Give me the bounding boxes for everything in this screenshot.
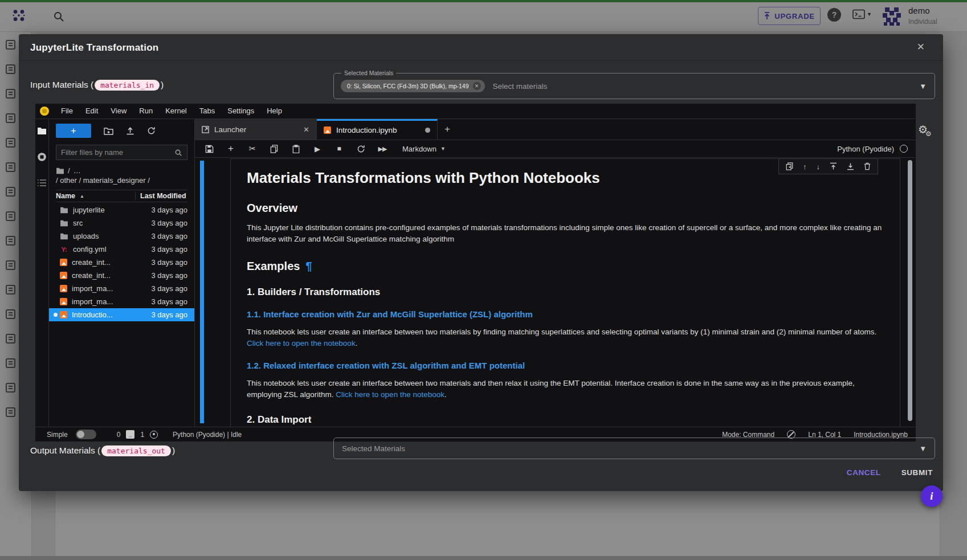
file-modified: 3 days ago — [140, 206, 187, 214]
file-browser-tab-icon[interactable] — [37, 127, 47, 135]
menu-file[interactable]: File — [55, 104, 79, 118]
menu-kernel[interactable]: Kernel — [159, 104, 193, 118]
insert-cell-above-icon[interactable] — [830, 162, 837, 170]
chevron-down-icon[interactable]: ▼ — [919, 82, 927, 91]
activity-bar — [35, 119, 49, 427]
menu-edit[interactable]: Edit — [79, 104, 104, 118]
breadcrumb-path[interactable]: / other / materials_designer / — [56, 175, 187, 185]
notebook-paragraph: This notebook lets user create an interf… — [247, 378, 883, 400]
file-name: src — [73, 219, 140, 227]
paragraph-text: This notebook lets user create an interf… — [247, 328, 876, 336]
file-row[interactable]: Y: import_ma... 3 days ago — [49, 282, 194, 295]
cell-toolbar: ↑ ↓ — [778, 158, 878, 174]
file-row[interactable]: Y: jupyterlite 3 days ago — [49, 203, 194, 216]
kernel-selector[interactable]: Python (Pyodide) — [837, 145, 908, 153]
filter-placeholder: Filter files by name — [61, 148, 171, 157]
jupyter-menubar-items: FileEditViewRunKernelTabsSettingsHelp — [55, 104, 288, 118]
selected-material-chip-label: 0: Si, Silicon, FCC (Fd-3m) 3D (Bulk), m… — [347, 83, 469, 89]
column-modified[interactable]: Last Modified — [135, 192, 187, 200]
move-cell-down-icon[interactable]: ↓ — [817, 162, 821, 171]
selected-material-chip[interactable]: 0: Si, Silicon, FCC (Fd-3m) 3D (Bulk), m… — [341, 80, 485, 92]
unsaved-changes-dot[interactable] — [425, 128, 430, 133]
file-modified: 3 days ago — [140, 219, 187, 227]
menu-help[interactable]: Help — [260, 104, 288, 118]
running-kernels-tab-icon[interactable] — [37, 152, 47, 162]
file-name: create_int... — [72, 271, 140, 280]
file-name: uploads — [73, 232, 140, 240]
new-launcher-button[interactable]: + — [56, 124, 91, 138]
paragraph-text: . — [444, 390, 447, 399]
notebook-heading-link[interactable]: 1.2. Relaxed interface creation with ZSL… — [247, 361, 883, 370]
kernel-status-text[interactable]: Python (Pyodide) | Idle — [173, 431, 242, 439]
column-name[interactable]: Name ▲ — [56, 192, 135, 200]
file-row[interactable]: Y: uploads 3 days ago — [49, 230, 194, 243]
chip-remove-icon[interactable]: ✕ — [473, 82, 481, 90]
dock-tabbar: Launcher ✕ Introduction.ipynb + — [195, 119, 916, 140]
submit-button[interactable]: SUBMIT — [901, 468, 933, 477]
simple-mode-toggle[interactable] — [76, 430, 96, 439]
kernel-count[interactable]: 1 — [140, 431, 144, 439]
tab-close-icon[interactable]: ✕ — [303, 125, 309, 134]
notebook-link[interactable]: Click here to open the notebook — [247, 339, 356, 348]
file-row[interactable]: Y: create_int... 3 days ago — [49, 256, 194, 269]
copy-cells-icon[interactable] — [269, 145, 279, 153]
refresh-icon[interactable] — [147, 126, 156, 135]
table-of-contents-tab-icon[interactable] — [37, 179, 47, 187]
breadcrumb-root[interactable]: / — [68, 166, 70, 175]
run-cell-icon[interactable]: ▶ — [312, 145, 323, 153]
cancel-button[interactable]: CANCEL — [847, 468, 881, 477]
tab-launcher[interactable]: Launcher ✕ — [195, 119, 317, 140]
breadcrumb-ellipsis[interactable]: … — [74, 166, 81, 175]
menu-tabs[interactable]: Tabs — [193, 104, 221, 118]
restart-kernel-icon[interactable] — [356, 145, 366, 153]
close-icon[interactable]: ✕ — [917, 41, 925, 53]
paragraph-text: . — [356, 339, 358, 348]
file-row[interactable]: Y: config.yml 3 days ago — [49, 243, 194, 256]
info-fab-button[interactable]: i — [921, 485, 942, 507]
chevron-down-icon[interactable]: ▼ — [919, 444, 927, 453]
move-cell-up-icon[interactable]: ↑ — [803, 162, 807, 171]
gear-icon[interactable]: ⚙⚙ — [918, 123, 934, 136]
new-folder-icon[interactable] — [104, 127, 113, 135]
menu-view[interactable]: View — [104, 104, 133, 118]
notebook-link[interactable]: Click here to open the notebook — [336, 390, 444, 399]
insert-cell-icon[interactable]: + — [226, 143, 236, 154]
open-dot — [54, 313, 58, 317]
duplicate-cell-icon[interactable] — [786, 162, 793, 170]
file-name: jupyterlite — [73, 206, 140, 214]
add-tab-icon[interactable]: + — [438, 119, 457, 140]
upload-icon[interactable] — [126, 126, 134, 135]
output-materials-select[interactable]: Selected Materials ▼ — [333, 438, 935, 459]
paste-cells-icon[interactable] — [291, 145, 301, 153]
stop-kernel-icon[interactable]: ■ — [334, 145, 344, 153]
notebook-paragraph: This notebook lets user create an interf… — [247, 326, 883, 349]
terminal-count[interactable]: 0 — [117, 431, 121, 439]
markdown-cell[interactable]: ↑ ↓ — [230, 158, 900, 427]
scrollbar[interactable] — [908, 160, 912, 421]
file-row[interactable]: Y: import_ma... 3 days ago — [49, 295, 194, 308]
menu-settings[interactable]: Settings — [221, 104, 260, 118]
output-label-prefix: Output Materials ( — [30, 445, 100, 456]
notebook-heading: Overview — [247, 202, 883, 215]
file-row[interactable]: Y: Introductio... 3 days ago — [49, 308, 194, 321]
heading-anchor[interactable]: ¶ — [305, 260, 312, 272]
file-row[interactable]: Y: create_int... 3 days ago — [49, 269, 194, 282]
input-materials-select[interactable]: Selected Materials 0: Si, Silicon, FCC (… — [333, 73, 935, 99]
file-row[interactable]: Y: src 3 days ago — [49, 216, 194, 230]
notebook-file-icon — [60, 285, 67, 292]
kernel-status-icon — [900, 145, 908, 153]
notebook-heading-link[interactable]: 1.1. Interface creation with Zur and McG… — [247, 309, 883, 319]
save-icon[interactable] — [204, 145, 214, 153]
folder-icon — [60, 233, 68, 240]
cut-cells-icon[interactable]: ✂ — [247, 144, 258, 154]
output-placeholder: Selected Materials — [342, 444, 405, 453]
delete-cell-icon[interactable] — [864, 162, 871, 170]
menu-run[interactable]: Run — [133, 104, 159, 118]
restart-run-all-icon[interactable]: ▶▶ — [377, 145, 387, 153]
active-cell-indicator[interactable] — [200, 161, 204, 423]
cell-type-dropdown[interactable]: Markdown ▼ — [402, 145, 446, 153]
tab-introduction-ipynb[interactable]: Introduction.ipynb — [317, 119, 438, 140]
filter-files-input[interactable]: Filter files by name — [56, 145, 187, 160]
home-folder-icon[interactable] — [56, 167, 64, 174]
insert-cell-below-icon[interactable] — [847, 162, 854, 170]
